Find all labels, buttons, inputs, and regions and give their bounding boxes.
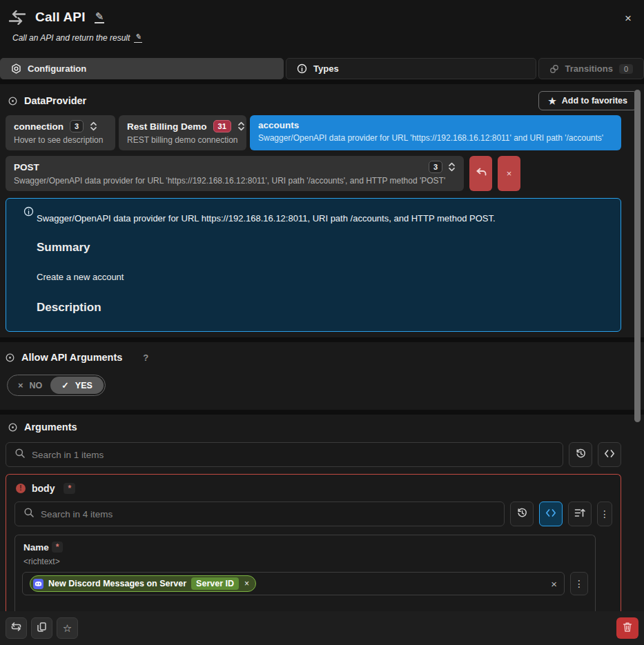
connection-value-card[interactable]: Rest Billing Demo 31 REST billing demo c…	[119, 115, 246, 150]
dialog-content: DataProvider ★ Add to favorites connecti…	[0, 79, 644, 611]
field-type-hint: <richtext>	[23, 557, 588, 566]
clear-field-icon[interactable]: ×	[551, 578, 557, 590]
code-icon	[604, 448, 615, 461]
discord-icon	[33, 579, 43, 589]
connection-select-card[interactable]: connection 3 Hover to see description	[6, 115, 115, 150]
kebab-icon: ⋮	[574, 578, 584, 589]
search-icon	[14, 448, 26, 462]
add-to-favorites-button[interactable]: ★ Add to favorites	[538, 91, 637, 110]
summary-text: Create a new account	[37, 272, 608, 282]
code-view-button[interactable]	[598, 442, 621, 467]
tab-types[interactable]: Types	[286, 58, 536, 79]
name-value-input[interactable]: New Discord Messages on Server Server ID…	[22, 572, 565, 595]
toggle-yes-option[interactable]: ✓ YES	[50, 377, 104, 394]
kebab-icon: ⋮	[600, 508, 609, 519]
connection-card-title: connection	[14, 121, 64, 132]
remove-tag-icon[interactable]: ×	[244, 579, 249, 588]
arguments-title: Arguments	[24, 421, 77, 433]
call-api-dialog: Call API ✎ × Call an API and return the …	[0, 0, 644, 645]
allow-api-arguments-section: Allow API Arguments ? × NO ✓ YES	[0, 342, 644, 410]
repeat-arrows-icon	[10, 622, 22, 635]
tab-types-label: Types	[313, 63, 339, 74]
x-icon: ×	[18, 380, 23, 390]
scrollbar-thumb[interactable]	[634, 90, 641, 422]
code-view-button-active[interactable]	[539, 502, 563, 526]
mapped-value-tag[interactable]: New Discord Messages on Server Server ID…	[30, 575, 256, 592]
name-field-group: Name * <richtext>	[14, 535, 596, 611]
chevron-up-down-icon	[448, 162, 456, 172]
http-method-card[interactable]: POST 3 Swagger/OpenAPI data provider for…	[6, 156, 464, 191]
toggle-no-label: NO	[30, 381, 43, 390]
toggle-no-option[interactable]: × NO	[9, 377, 50, 394]
body-field-label: body	[32, 483, 55, 494]
close-icon[interactable]: ×	[625, 12, 632, 26]
description-heading: Description	[37, 301, 608, 315]
copy-icon	[37, 622, 47, 635]
http-method-badge: 3	[429, 161, 442, 173]
info-icon	[23, 206, 34, 217]
accounts-card-subtitle: Swagger/OpenAPI data provider for URL 'h…	[258, 133, 613, 143]
dialog-subtitle: Call an API and return the result	[12, 33, 130, 43]
connection-value-title: Rest Billing Demo	[127, 121, 207, 132]
favorite-button[interactable]: ☆	[57, 617, 78, 639]
error-icon: !	[16, 484, 26, 493]
footer-toolbar: ☆	[0, 611, 644, 645]
chevron-up-down-icon	[90, 121, 97, 131]
edit-title-icon[interactable]: ✎	[95, 11, 105, 24]
undo-button[interactable]	[469, 156, 492, 191]
swap-arrows-icon	[8, 10, 26, 25]
gear-icon	[11, 63, 21, 74]
star-outline-icon: ☆	[63, 623, 72, 633]
provider-info-text: Swagger/OpenAPI data provider for URL ht…	[37, 213, 608, 224]
dataprovider-section: DataProvider ★ Add to favorites connecti…	[0, 84, 644, 337]
remove-button[interactable]: ×	[498, 156, 520, 191]
name-field-label: Name	[23, 542, 49, 553]
tab-transitions[interactable]: Transitions 0	[538, 58, 644, 79]
tab-configuration[interactable]: Configuration	[0, 58, 284, 79]
history-icon	[575, 448, 587, 462]
tag-sub-badge: Server ID	[191, 577, 239, 590]
history-icon	[516, 507, 528, 522]
dataprovider-title: DataProvider	[24, 95, 86, 106]
chevron-up-down-icon	[237, 121, 245, 131]
code-icon	[545, 508, 556, 520]
tab-configuration-label: Configuration	[28, 63, 86, 74]
sort-button[interactable]	[568, 502, 592, 526]
page-title: Call API	[35, 10, 86, 25]
field-options-button[interactable]: ⋮	[570, 572, 588, 595]
search-icon	[23, 507, 35, 521]
replace-step-button[interactable]	[6, 617, 27, 639]
history-button[interactable]	[510, 502, 534, 526]
duplicate-button[interactable]	[31, 617, 52, 639]
delete-button[interactable]	[616, 617, 638, 639]
close-icon: ×	[507, 168, 512, 179]
info-icon	[297, 63, 307, 74]
required-asterisk: *	[52, 542, 64, 553]
connection-value-subtitle: REST billing demo connection	[127, 135, 238, 145]
tab-transitions-label: Transitions	[565, 63, 613, 74]
allow-api-arguments-title: Allow API Arguments	[21, 352, 122, 363]
more-options-button[interactable]: ⋮	[597, 502, 612, 526]
accounts-card[interactable]: accounts Swagger/OpenAPI data provider f…	[250, 115, 621, 150]
http-method-title: POST	[14, 162, 39, 172]
provider-info-box: Swagger/OpenAPI data provider for URL ht…	[6, 198, 621, 332]
tab-bar: Configuration Types Transitions 0	[0, 58, 644, 79]
body-search-input[interactable]	[41, 509, 496, 519]
transitions-count-badge: 0	[619, 64, 633, 74]
sort-list-icon	[574, 508, 585, 521]
edit-subtitle-icon[interactable]: ✎	[134, 33, 142, 43]
accounts-card-title: accounts	[258, 120, 299, 130]
target-icon	[6, 353, 14, 362]
help-icon[interactable]: ?	[143, 353, 148, 363]
check-icon: ✓	[61, 380, 68, 390]
http-method-subtitle: Swagger/OpenAPI data provider for URL 'h…	[14, 176, 456, 186]
trash-icon	[623, 622, 632, 635]
link-icon	[549, 64, 559, 74]
required-asterisk: *	[64, 483, 75, 494]
arguments-search-input[interactable]	[32, 450, 554, 460]
target-icon	[8, 97, 17, 106]
history-button[interactable]	[569, 442, 592, 467]
body-search	[14, 502, 505, 526]
connection-value-badge: 31	[213, 120, 231, 132]
connection-count-badge: 3	[70, 120, 84, 132]
